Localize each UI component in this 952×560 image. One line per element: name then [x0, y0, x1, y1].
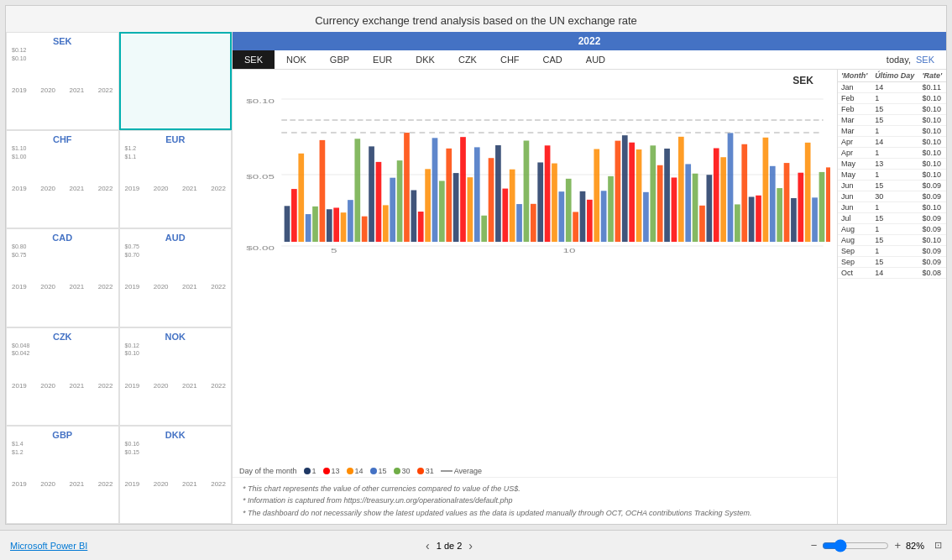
svg-rect-73 [735, 204, 740, 242]
fit-page-icon[interactable]: ⊡ [934, 540, 942, 551]
mini-chart-xlabel: 2019202020212022 [12, 480, 113, 488]
svg-rect-48 [558, 191, 564, 242]
currency-tab-sek[interactable]: SEK [233, 50, 275, 69]
svg-rect-51 [580, 191, 586, 242]
currency-tab-dkk[interactable]: DKK [404, 50, 447, 69]
legend-item-15: 15 [370, 467, 387, 475]
table-row: Sep15$0.09 [838, 257, 946, 268]
svg-rect-39 [495, 145, 501, 242]
currency-tab-cad[interactable]: CAD [531, 50, 574, 69]
mini-chart-NOK[interactable]: NOK $0.12$0.10 2019202020212022 [119, 327, 233, 426]
currency-tab-chf[interactable]: CHF [489, 50, 531, 69]
note-item: * The dashboard do not necessarily show … [243, 507, 827, 519]
svg-rect-29 [425, 169, 431, 242]
mini-chart-AUD[interactable]: AUD $0.75$0.70 2019202020212022 [119, 228, 233, 327]
svg-rect-47 [552, 164, 557, 242]
table-row: Apr1$0.10 [838, 148, 946, 159]
svg-rect-54 [601, 191, 607, 242]
svg-rect-40 [502, 189, 508, 242]
svg-rect-36 [474, 147, 480, 242]
svg-rect-77 [763, 138, 769, 242]
mini-chart-DKK[interactable]: DKK $0.16$0.15 2019202020212022 [119, 426, 233, 524]
svg-rect-79 [777, 188, 782, 242]
legend-dot [323, 468, 330, 474]
svg-rect-50 [573, 212, 578, 242]
svg-rect-57 [622, 135, 628, 242]
currency-tabs: SEKNOKGBPEURDKKCZKCHFCADAUD today, SEK [233, 50, 946, 70]
legend-item-30: 30 [394, 467, 411, 475]
main-content: Currency exchange trend analysis based o… [5, 5, 947, 525]
svg-rect-49 [566, 179, 572, 242]
svg-rect-26 [404, 133, 410, 242]
mini-chart-CAD[interactable]: CAD $0.80$0.75 2019202020212022 [6, 228, 119, 327]
svg-rect-67 [693, 174, 698, 242]
zoom-slider[interactable] [822, 539, 889, 552]
svg-rect-19 [354, 139, 360, 242]
mini-chart-GBP[interactable]: GBP $1.4$1.2 2019202020212022 [6, 426, 119, 524]
svg-rect-23 [383, 205, 389, 242]
col-day: Último Day [871, 70, 918, 82]
mini-chart-EUR[interactable]: EUR $1.2$1.1 2019202020212022 [119, 130, 233, 228]
legend-dot [304, 468, 311, 474]
svg-rect-58 [629, 143, 635, 242]
svg-rect-65 [678, 137, 684, 242]
svg-rect-18 [348, 200, 353, 242]
currency-tab-czk[interactable]: CZK [447, 50, 489, 69]
zoom-out-icon[interactable]: − [811, 539, 818, 552]
svg-rect-41 [510, 170, 515, 242]
svg-rect-28 [418, 212, 424, 242]
powerbi-link[interactable]: Microsoft Power BI [10, 541, 87, 551]
legend-item-1: 1 [304, 467, 316, 475]
svg-rect-34 [460, 137, 466, 242]
svg-rect-82 [798, 173, 803, 242]
currency-tab-gbp[interactable]: GBP [318, 50, 361, 69]
mini-chart-CHF[interactable]: CHF $1.10$1.00 2019202020212022 [6, 130, 119, 228]
right-panel: 2022 SEKNOKGBPEURDKKCZKCHFCADAUD today, … [233, 32, 946, 524]
svg-rect-64 [672, 177, 677, 242]
mini-chart-xlabel: 2019202020212022 [12, 86, 113, 94]
currency-tab-nok[interactable]: NOK [275, 50, 318, 69]
svg-rect-83 [805, 143, 811, 242]
table-row: Jun15$0.09 [838, 181, 946, 191]
legend-dot [394, 468, 400, 474]
table-row: Apr14$0.10 [838, 137, 946, 148]
svg-rect-74 [741, 144, 747, 242]
next-page-button[interactable]: › [468, 539, 473, 552]
table-row: Oct14$0.08 [838, 268, 946, 279]
legend-dot [370, 468, 377, 474]
table-row: Aug1$0.09 [838, 224, 946, 235]
prev-page-button[interactable]: ‹ [426, 539, 430, 552]
svg-text:5: 5 [331, 247, 337, 254]
mini-chart-title: CZK [12, 332, 113, 342]
currency-tab-eur[interactable]: EUR [361, 50, 404, 69]
table-row: Sep1$0.09 [838, 246, 946, 257]
svg-rect-52 [587, 200, 593, 242]
mini-chart-title: CHF [12, 134, 113, 144]
table-row: Aug15$0.10 [838, 235, 946, 246]
svg-rect-76 [756, 196, 761, 242]
zoom-area: − + 82% ⊡ [811, 539, 942, 552]
svg-rect-53 [594, 149, 599, 242]
svg-rect-60 [643, 192, 649, 242]
zoom-level: 82% [906, 541, 924, 551]
svg-rect-72 [728, 133, 734, 242]
currency-tab-aud[interactable]: AUD [574, 50, 617, 69]
mini-chart-title: DKK [125, 430, 227, 440]
svg-rect-30 [432, 138, 438, 242]
mini-chart-title: SEK [12, 36, 113, 46]
svg-rect-55 [608, 176, 614, 242]
mini-chart-CZK[interactable]: CZK $0.048$0.042 2019202020212022 [6, 327, 119, 426]
svg-rect-43 [524, 140, 530, 242]
zoom-in-icon[interactable]: + [894, 539, 901, 552]
mini-chart-empty[interactable] [119, 32, 233, 130]
today-info: today, SEK [875, 50, 946, 69]
page-nav: ‹ 1 de 2 › [426, 539, 473, 552]
svg-rect-16 [333, 207, 339, 242]
mini-chart-xlabel: 2019202020212022 [125, 382, 227, 390]
svg-rect-14 [320, 140, 326, 242]
mini-chart-SEK[interactable]: SEK $0.12$0.10 2019202020212022 [6, 32, 119, 130]
svg-rect-25 [397, 160, 403, 242]
svg-rect-78 [770, 166, 776, 242]
col-month: 'Month' [838, 70, 871, 82]
mini-chart-xlabel: 2019202020212022 [12, 382, 113, 390]
